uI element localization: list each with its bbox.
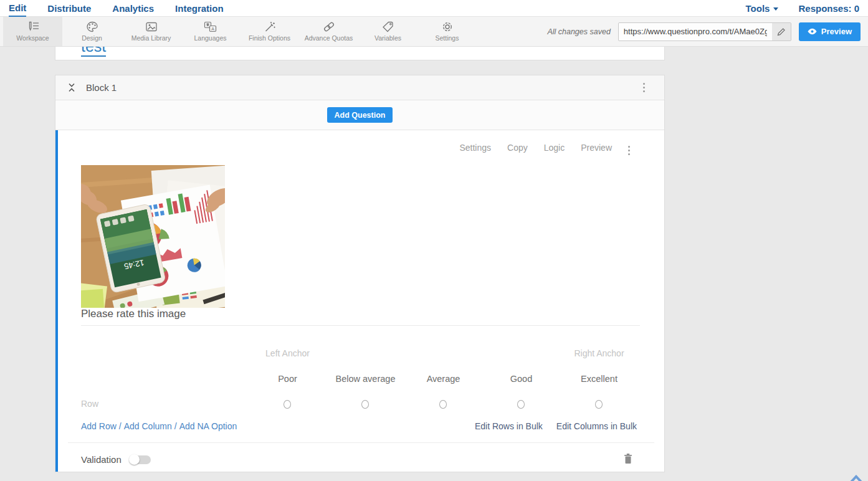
toolbar-tab-advance-quotas[interactable]: Advance Quotas <box>299 17 358 46</box>
toolbar-tab-label: Advance Quotas <box>305 34 353 42</box>
trash-icon <box>624 454 632 464</box>
collapse-block-icon[interactable] <box>68 82 75 93</box>
add-question-strip: Add Question <box>55 100 664 130</box>
question-settings-link[interactable]: Settings <box>459 143 491 153</box>
toolbar-tab-settings[interactable]: Settings <box>417 17 477 46</box>
save-status: All changes saved <box>547 27 610 36</box>
survey-url-field <box>618 22 791 41</box>
question-edit-links: Add Row/Add Column/Add NA Option <box>81 421 237 431</box>
block-menu-button[interactable] <box>641 81 647 94</box>
toolbar-tab-label: Settings <box>436 34 459 42</box>
question-text-underline <box>81 325 640 326</box>
block-panel: Block 1 Add Question Settings Copy Logic… <box>55 75 665 472</box>
column-label-excellent[interactable]: Excellent <box>560 374 638 384</box>
validation-toggle[interactable] <box>130 455 151 464</box>
question-image[interactable]: 55% 12:45 <box>81 165 225 308</box>
nav-analytics[interactable]: Analytics <box>112 1 154 16</box>
top-nav: Edit Distribute Analytics Integration To… <box>0 0 868 17</box>
question-copy-link[interactable]: Copy <box>507 143 528 153</box>
validation-label: Validation <box>81 454 122 465</box>
nav-distribute[interactable]: Distribute <box>47 1 91 16</box>
rating-radio-4[interactable] <box>517 400 525 409</box>
right-anchor-placeholder[interactable]: Right Anchor <box>560 348 638 358</box>
column-label-poor[interactable]: Poor <box>249 374 327 384</box>
pencil-icon <box>777 27 786 36</box>
preview-button[interactable]: Preview <box>799 22 861 41</box>
add-question-button[interactable]: Add Question <box>327 107 393 123</box>
toolbar-tab-finish-options[interactable]: Finish Options <box>240 17 299 46</box>
edit-rows-in-bulk-link[interactable]: Edit Rows in Bulk <box>475 421 543 431</box>
question-preview-link[interactable]: Preview <box>581 143 612 153</box>
question-card: Settings Copy Logic Preview <box>55 130 664 472</box>
editor-toolbar: Workspace Design Media Library <box>0 17 868 47</box>
toolbar-tab-design[interactable]: Design <box>62 17 122 46</box>
toolbar-tab-languages[interactable]: A Languages <box>181 17 240 46</box>
question-text[interactable]: Please rate this image <box>81 308 186 320</box>
rating-radio-1[interactable] <box>284 400 291 409</box>
settings-icon <box>441 21 454 32</box>
toolbar-tab-variables[interactable]: Variables <box>358 17 417 46</box>
bulk-edit-links: Edit Rows in Bulk Edit Columns in Bulk <box>475 421 637 431</box>
chevron-down-icon <box>773 7 778 11</box>
left-anchor-placeholder[interactable]: Left Anchor <box>249 348 327 358</box>
link-separator: / <box>172 421 179 431</box>
tools-label: Tools <box>746 3 770 14</box>
nav-edit[interactable]: Edit <box>9 0 26 17</box>
scroll-to-top-button[interactable] <box>848 473 864 481</box>
design-icon <box>86 21 98 32</box>
advance-quotas-icon <box>322 21 336 32</box>
survey-title-panel: test <box>55 47 665 60</box>
column-label-average[interactable]: Average <box>404 374 482 384</box>
toolbar-tab-label: Finish Options <box>249 34 290 42</box>
add-column-link[interactable]: Add Column <box>124 421 172 431</box>
tools-menu[interactable]: Tools <box>746 3 779 14</box>
toolbar-tab-media-library[interactable]: Media Library <box>122 17 181 46</box>
survey-title[interactable]: test <box>81 47 106 57</box>
rating-radio-5[interactable] <box>595 400 603 409</box>
link-separator: / <box>117 421 124 431</box>
delete-question-button[interactable] <box>623 453 633 464</box>
workspace-icon <box>26 21 40 32</box>
question-actions: Settings Copy Logic Preview <box>459 143 612 153</box>
toolbar-tab-workspace[interactable]: Workspace <box>3 17 62 46</box>
question-menu-button[interactable] <box>626 144 632 157</box>
finish-options-icon <box>264 21 276 32</box>
row-label-placeholder[interactable]: Row <box>81 399 98 409</box>
svg-text:A: A <box>211 27 214 31</box>
chevron-up-icon <box>850 477 862 481</box>
validation-row: Validation <box>81 454 151 465</box>
preview-button-label: Preview <box>821 27 852 36</box>
eye-icon <box>808 28 817 35</box>
toolbar-tab-label: Media Library <box>131 34 171 42</box>
toolbar-tab-label: Workspace <box>16 34 49 42</box>
toolbar-tab-label: Languages <box>194 34 227 42</box>
responses-counter[interactable]: Responses: 0 <box>798 3 859 14</box>
media-library-icon <box>145 21 158 32</box>
variables-icon <box>382 21 394 32</box>
add-row-link[interactable]: Add Row <box>81 421 117 431</box>
add-na-option-link[interactable]: Add NA Option <box>179 421 237 431</box>
survey-url-input[interactable] <box>619 23 772 40</box>
rating-radio-2[interactable] <box>361 400 369 409</box>
toolbar-tab-label: Design <box>82 34 102 42</box>
toolbar-tab-label: Variables <box>374 34 401 42</box>
nav-integration[interactable]: Integration <box>175 1 224 16</box>
edit-columns-in-bulk-link[interactable]: Edit Columns in Bulk <box>556 421 637 431</box>
question-footer-divider <box>68 442 654 443</box>
block-title: Block 1 <box>86 82 117 93</box>
question-logic-link[interactable]: Logic <box>544 143 565 153</box>
edit-url-button[interactable] <box>772 23 791 40</box>
column-label-below-average[interactable]: Below average <box>327 374 404 384</box>
languages-icon: A <box>204 21 217 32</box>
column-label-good[interactable]: Good <box>482 374 560 384</box>
block-header: Block 1 <box>55 75 664 100</box>
rating-radio-3[interactable] <box>439 400 447 409</box>
